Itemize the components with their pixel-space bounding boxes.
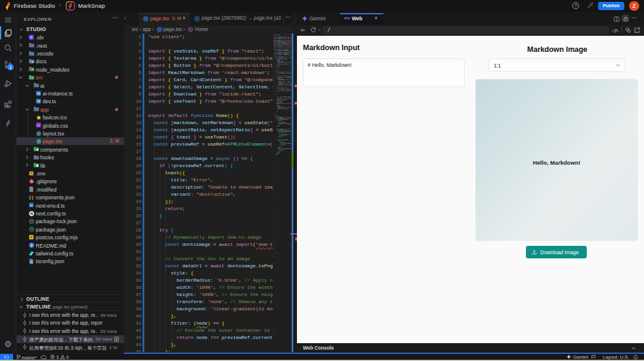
svg-text:TS: TS <box>36 91 41 95</box>
svg-text:TS: TS <box>30 261 33 264</box>
svg-text:cs: cs <box>37 124 40 127</box>
svg-text:TS: TS <box>36 100 41 103</box>
svg-text:{·}: {·} <box>29 195 34 200</box>
svg-text:N: N <box>30 211 33 215</box>
